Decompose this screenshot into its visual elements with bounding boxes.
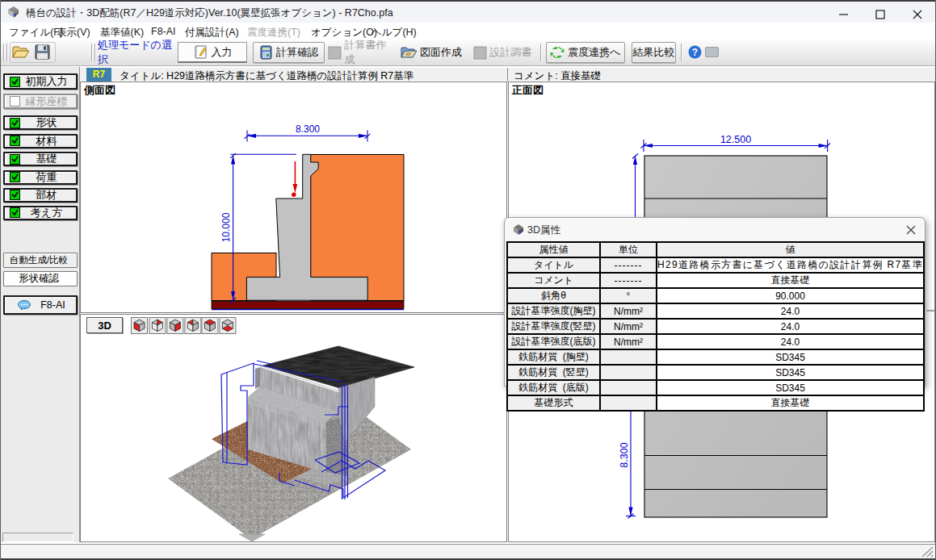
svg-text:?: ? [692,47,698,58]
svg-text:8.300: 8.300 [296,123,320,135]
svg-text:8.300: 8.300 [619,442,630,467]
svg-text:10.000: 10.000 [220,212,232,242]
svg-text:12.500: 12.500 [720,134,751,145]
